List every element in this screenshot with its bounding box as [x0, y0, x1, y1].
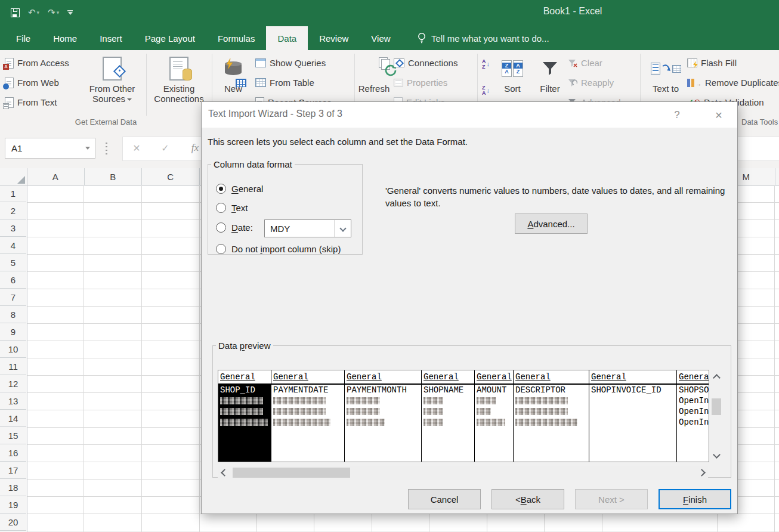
from-table-button[interactable]: From Table: [255, 75, 314, 91]
row-header-19[interactable]: 19: [0, 497, 26, 514]
preview-vertical-scrollbar[interactable]: [711, 371, 722, 461]
scroll-up-button[interactable]: [711, 371, 722, 384]
radio-option-1[interactable]: Text: [216, 203, 248, 213]
refresh-all-button[interactable]: Refresh: [357, 54, 391, 94]
row-header-2[interactable]: 2: [0, 203, 26, 219]
properties-icon: [394, 79, 403, 86]
flash-fill-button[interactable]: Flash Fill: [687, 55, 737, 71]
finish-button[interactable]: Finish: [659, 489, 731, 509]
sort-descending-button[interactable]: ZA↓: [482, 82, 490, 98]
from-access-label: From Access: [17, 58, 69, 68]
from-text-button[interactable]: From Text: [5, 94, 57, 110]
connections-button[interactable]: Connections: [394, 55, 457, 71]
row-header-1[interactable]: 1: [0, 185, 26, 202]
row-header-7[interactable]: 7: [0, 289, 26, 306]
general-format-note: 'General' converts numeric values to num…: [385, 184, 730, 209]
redacted-value: [347, 419, 385, 426]
row-header-8[interactable]: 8: [0, 307, 26, 323]
row-header-5[interactable]: 5: [0, 255, 26, 271]
select-all-corner[interactable]: [0, 168, 27, 186]
enter-entry-button[interactable]: ✓: [155, 140, 175, 156]
preview-horizontal-scrollbar[interactable]: [218, 466, 708, 480]
row-header-16[interactable]: 16: [0, 445, 26, 462]
dialog-title: Text Import Wizard - Step 3 of 3: [208, 109, 342, 119]
preview-field-name: PAYMENTMONTH: [347, 385, 421, 395]
preview-column-format: General: [475, 370, 513, 383]
advanced-button[interactable]: Advanced...: [515, 214, 588, 234]
cancel-icon: ✕: [132, 143, 140, 154]
name-box[interactable]: A1: [5, 138, 95, 159]
cancel-button[interactable]: Cancel: [408, 489, 481, 509]
scroll-right-button[interactable]: [695, 466, 708, 480]
filter-button[interactable]: Filter: [534, 54, 565, 94]
tab-view[interactable]: View: [360, 26, 401, 50]
save-icon: [11, 8, 20, 17]
tab-file[interactable]: File: [5, 26, 42, 50]
new-query-button[interactable]: New: [216, 54, 251, 94]
from-web-button[interactable]: From Web: [5, 75, 59, 91]
radio-option-3[interactable]: Do not import column (skip): [216, 244, 341, 254]
chevron-down-icon: [68, 12, 73, 15]
date-format-combobox[interactable]: MDY: [264, 219, 351, 237]
text-to-columns-button[interactable]: Text to: [647, 54, 684, 94]
remove-duplicates-button[interactable]: → Remove Duplicates: [687, 75, 779, 91]
row-header-17[interactable]: 17: [0, 462, 26, 479]
sort-button[interactable]: ZA AZ Sort: [499, 54, 526, 94]
dialog-help-button[interactable]: ?: [668, 107, 686, 123]
other-sources-icon: [103, 57, 122, 81]
radio-icon: [216, 222, 226, 233]
formula-bar-drag-handle[interactable]: [105, 141, 108, 154]
row-header-3[interactable]: 3: [0, 220, 26, 237]
from-access-button[interactable]: A From Access: [5, 55, 69, 71]
row-header-10[interactable]: 10: [0, 341, 26, 358]
row-header-20[interactable]: 20: [0, 514, 26, 531]
tab-formulas[interactable]: Formulas: [206, 26, 267, 50]
column-header-C[interactable]: C: [142, 168, 200, 185]
column-header-N[interactable]: N: [775, 168, 779, 185]
column-header-A[interactable]: A: [27, 168, 85, 185]
redo-icon: ↷: [48, 7, 55, 18]
date-format-value: MDY: [265, 224, 334, 234]
dialog-close-button[interactable]: ✕: [710, 107, 728, 123]
radio-selected-icon: [216, 184, 226, 194]
vertical-scroll-thumb[interactable]: [712, 398, 721, 415]
row-header-14[interactable]: 14: [0, 410, 26, 427]
preview-field-name: SHOPNAME: [423, 385, 474, 395]
save-button[interactable]: [11, 8, 20, 17]
tab-data[interactable]: Data: [266, 26, 308, 50]
row-header-11[interactable]: 11: [0, 358, 26, 375]
horizontal-scroll-thumb[interactable]: [233, 468, 350, 478]
from-other-sources-button[interactable]: From Other Sources: [82, 54, 142, 104]
cancel-entry-button[interactable]: ✕: [126, 140, 147, 156]
tab-home[interactable]: Home: [42, 26, 88, 50]
row-header-15[interactable]: 15: [0, 428, 26, 444]
scroll-down-button[interactable]: [711, 448, 722, 461]
preview-data-row: [423, 406, 474, 417]
row-header-4[interactable]: 4: [0, 237, 26, 254]
row-header-13[interactable]: 13: [0, 393, 26, 410]
column-header-B[interactable]: B: [85, 168, 143, 185]
back-button[interactable]: < Back: [491, 489, 564, 509]
undo-button[interactable]: ↶▾: [28, 7, 39, 18]
scroll-left-button[interactable]: [218, 466, 231, 480]
show-queries-button[interactable]: Show Queries: [255, 55, 326, 71]
tell-me-box[interactable]: Tell me what you want to do...: [418, 26, 549, 50]
tab-review[interactable]: Review: [308, 26, 360, 50]
preview-data-row: OpenIn: [679, 406, 709, 417]
combobox-drop-button[interactable]: [334, 220, 351, 237]
existing-connections-button[interactable]: Existing Connections: [149, 54, 209, 104]
sort-ascending-button[interactable]: AZ↓: [482, 56, 490, 72]
tab-page-layout[interactable]: Page Layout: [134, 26, 206, 50]
tab-insert[interactable]: Insert: [88, 26, 134, 50]
customize-qat-button[interactable]: [67, 10, 73, 15]
dialog-title-bar[interactable]: Text Import Wizard - Step 3 of 3 ? ✕: [202, 102, 737, 128]
row-header-18[interactable]: 18: [0, 480, 26, 496]
row-header-12[interactable]: 12: [0, 376, 26, 392]
radio-option-2[interactable]: Date:: [216, 222, 253, 233]
radio-option-0[interactable]: General: [216, 184, 263, 194]
next-button: Next >: [575, 489, 648, 509]
redo-button[interactable]: ↷▾: [48, 7, 59, 18]
row-header-9[interactable]: 9: [0, 324, 26, 341]
row-header-6[interactable]: 6: [0, 272, 26, 289]
group-label-get-external-data: Get External Data: [0, 117, 212, 126]
